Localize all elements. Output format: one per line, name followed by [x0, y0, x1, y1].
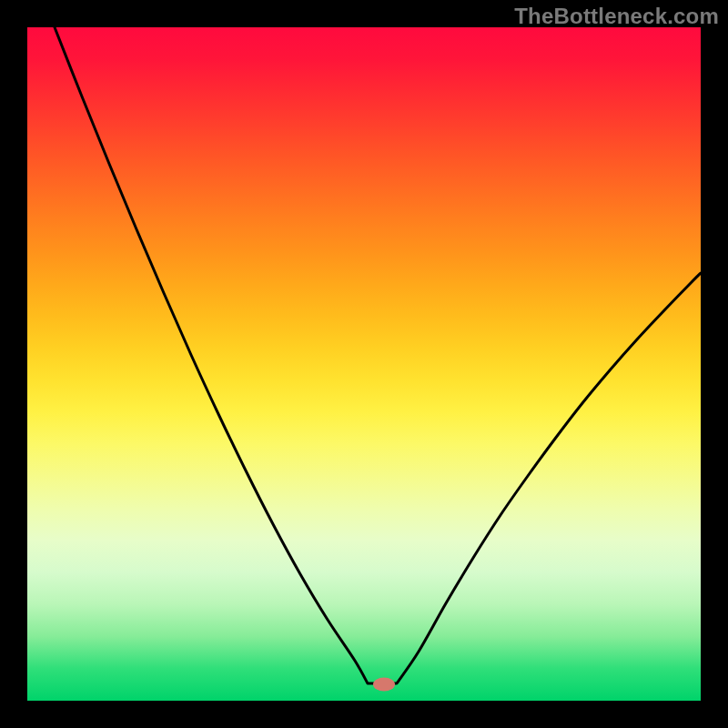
chart-frame: TheBottleneck.com — [0, 0, 728, 728]
plot-background — [27, 27, 701, 701]
watermark-text: TheBottleneck.com — [514, 4, 719, 29]
optimum-marker — [373, 678, 395, 692]
bottleneck-chart — [0, 0, 728, 728]
